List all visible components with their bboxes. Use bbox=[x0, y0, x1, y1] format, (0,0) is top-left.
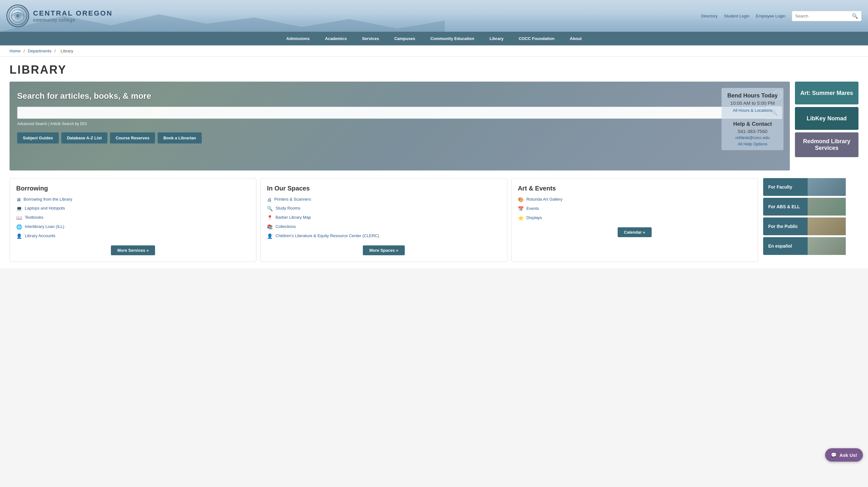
events-footer: Calendar » bbox=[518, 227, 751, 237]
advanced-search-link[interactable]: Advanced Search bbox=[17, 122, 47, 126]
borrowing-list: 🖥 Borrowing from the Library 💻 Laptops a… bbox=[16, 196, 250, 239]
globe-icon: 🌐 bbox=[16, 224, 22, 230]
employee-login-link[interactable]: Employee Login bbox=[756, 14, 785, 19]
person2-icon: 👤 bbox=[267, 233, 273, 239]
borrowing-link-4[interactable]: Interlibrary Loan (ILL) bbox=[25, 224, 64, 230]
monitor-icon: 🖥 bbox=[16, 197, 21, 202]
hero-section: ℹ Search for articles, books, & more 🔍 A… bbox=[9, 82, 790, 170]
student-login-link[interactable]: Student Login bbox=[724, 14, 749, 19]
events-link-2[interactable]: Events bbox=[526, 206, 539, 212]
events-card: Art & Events 🎨 Rotunda Art Gallery 📅 Eve… bbox=[511, 178, 758, 262]
list-item: 🖨 Printers & Scanners bbox=[267, 196, 500, 202]
svg-marker-0 bbox=[0, 14, 445, 32]
list-item: 🎨 Rotunda Art Gallery bbox=[518, 196, 751, 202]
borrowing-footer: More Services » bbox=[16, 246, 250, 255]
spaces-link-5[interactable]: Children's Literature & Equity Resource … bbox=[275, 233, 379, 239]
all-hours-link[interactable]: All Hours & Locations bbox=[733, 108, 772, 113]
audience-espanol-image bbox=[808, 237, 846, 255]
all-help-link[interactable]: All Help Options bbox=[738, 141, 767, 147]
nav-academics[interactable]: Academics bbox=[317, 32, 354, 45]
events-title: Art & Events bbox=[518, 185, 751, 192]
spaces-title: In Our Spaces bbox=[267, 185, 500, 192]
audience-faculty[interactable]: For Faculty bbox=[763, 178, 859, 196]
subject-guides-button[interactable]: Subject Guides bbox=[17, 132, 59, 143]
sidebar-card-libkey[interactable]: LibKey Nomad bbox=[795, 107, 859, 130]
search-icon: 🔍 bbox=[267, 206, 273, 212]
borrowing-link-5[interactable]: Library Accounts bbox=[25, 233, 55, 239]
site-header: CENTRAL OREGON community college Directo… bbox=[0, 0, 868, 32]
hours-title: Bend Hours Today bbox=[727, 92, 778, 99]
sidebar-card-redmond[interactable]: Redmond Library Services bbox=[795, 132, 859, 157]
list-item: 📍 Barber Library Map bbox=[267, 215, 500, 221]
database-az-button[interactable]: Database A-Z List bbox=[61, 132, 107, 143]
sidebar-cards-list: Art: Summer Mares LibKey Nomad Redmond L… bbox=[795, 82, 859, 157]
nav-about[interactable]: About bbox=[562, 32, 589, 45]
breadcrumb-current: Library bbox=[61, 48, 73, 53]
more-services-button[interactable]: More Services » bbox=[111, 246, 155, 255]
main-content: LIBRARY ℹ Search for articles, books, & … bbox=[0, 57, 868, 268]
calendar-icon: 📅 bbox=[518, 206, 524, 212]
events-link-3[interactable]: Displays bbox=[526, 215, 542, 221]
hours-time: 10:00 AM to 5:00 PM bbox=[727, 100, 778, 106]
nav-library[interactable]: Library bbox=[482, 32, 511, 45]
list-item: ⭐ Displays bbox=[518, 215, 751, 221]
nav-campuses[interactable]: Campuses bbox=[387, 32, 423, 45]
nav-admissions[interactable]: Admissions bbox=[279, 32, 317, 45]
audience-public[interactable]: For the Public bbox=[763, 218, 859, 235]
sidebar-cards: Art: Summer Mares LibKey Nomad Redmond L… bbox=[795, 82, 859, 170]
header-search-input[interactable] bbox=[795, 14, 852, 19]
borrowing-link-1[interactable]: Borrowing from the Library bbox=[24, 196, 72, 202]
hero-search-input[interactable] bbox=[17, 107, 766, 119]
spaces-link-1[interactable]: Printers & Scanners bbox=[274, 196, 311, 202]
audience-public-label: For the Public bbox=[763, 218, 808, 235]
main-nav: Admissions Academics Services Campuses C… bbox=[0, 32, 868, 45]
article-search-link[interactable]: Article Search by DOI bbox=[50, 122, 87, 126]
hero-search-sub: Advanced Search | Article Search by DOI bbox=[17, 122, 782, 126]
spaces-list: 🖨 Printers & Scanners 🔍 Study Rooms 📍 Ba… bbox=[267, 196, 500, 239]
hero-search-title: Search for articles, books, & more bbox=[17, 91, 782, 101]
list-item: 🔍 Study Rooms bbox=[267, 205, 500, 212]
audience-abs[interactable]: For ABS & ELL bbox=[763, 198, 859, 216]
spaces-link-3[interactable]: Barber Library Map bbox=[275, 215, 311, 220]
breadcrumb-home[interactable]: Home bbox=[9, 48, 21, 53]
list-item: 🖥 Borrowing from the Library bbox=[16, 196, 250, 202]
events-link-1[interactable]: Rotunda Art Gallery bbox=[526, 196, 562, 202]
category-cards: Borrowing 🖥 Borrowing from the Library 💻… bbox=[9, 178, 758, 262]
directory-link[interactable]: Directory bbox=[701, 14, 718, 19]
course-reserves-button[interactable]: Course Reserves bbox=[110, 132, 155, 143]
contact-phone: 541-383-7560 bbox=[727, 129, 778, 134]
audience-public-image bbox=[808, 218, 846, 235]
spaces-link-2[interactable]: Study Rooms bbox=[275, 205, 300, 211]
list-item: 🌐 Interlibrary Loan (ILL) bbox=[16, 224, 250, 230]
list-item: 📖 Textbooks bbox=[16, 215, 250, 221]
spaces-link-4[interactable]: Collections bbox=[275, 224, 296, 230]
calendar-button[interactable]: Calendar » bbox=[618, 227, 651, 237]
nav-community-education[interactable]: Community Education bbox=[423, 32, 482, 45]
list-item: 📅 Events bbox=[518, 206, 751, 212]
hero-search-row: 🔍 bbox=[17, 106, 782, 119]
header-search-icon[interactable]: 🔍 bbox=[852, 13, 858, 19]
borrowing-link-3[interactable]: Textbooks bbox=[25, 215, 43, 220]
page-title: LIBRARY bbox=[9, 63, 859, 76]
list-item: 👤 Library Accounts bbox=[16, 233, 250, 239]
sidebar-card-art[interactable]: Art: Summer Mares bbox=[795, 82, 859, 104]
audience-espanol[interactable]: En español bbox=[763, 237, 859, 255]
contact-title: Help & Contact bbox=[727, 121, 778, 127]
books-icon: 📚 bbox=[267, 224, 273, 230]
spaces-card: In Our Spaces 🖨 Printers & Scanners 🔍 St… bbox=[260, 178, 507, 262]
printer-icon: 🖨 bbox=[267, 197, 272, 202]
hero-buttons: Subject Guides Database A-Z List Course … bbox=[17, 132, 782, 143]
breadcrumb-departments[interactable]: Departments bbox=[28, 48, 52, 53]
more-spaces-button[interactable]: More Spaces » bbox=[363, 246, 404, 255]
borrowing-link-2[interactable]: Laptops and Hotspots bbox=[25, 205, 65, 211]
header-right: Directory Student Login Employee Login 🔍 bbox=[701, 11, 862, 21]
contact-email[interactable]: refdesk@cocc.edu bbox=[727, 135, 778, 140]
star-icon: ⭐ bbox=[518, 215, 524, 221]
nav-cocc-foundation[interactable]: COCC Foundation bbox=[511, 32, 562, 45]
audience-cards: For Faculty For ABS & ELL For the Public… bbox=[763, 178, 859, 262]
events-list: 🎨 Rotunda Art Gallery 📅 Events ⭐ Display… bbox=[518, 196, 751, 221]
book-librarian-button[interactable]: Book a Librarian bbox=[158, 132, 202, 143]
list-item: 💻 Laptops and Hotspots bbox=[16, 205, 250, 212]
nav-services[interactable]: Services bbox=[354, 32, 387, 45]
list-item: 👤 Children's Literature & Equity Resourc… bbox=[267, 233, 500, 239]
